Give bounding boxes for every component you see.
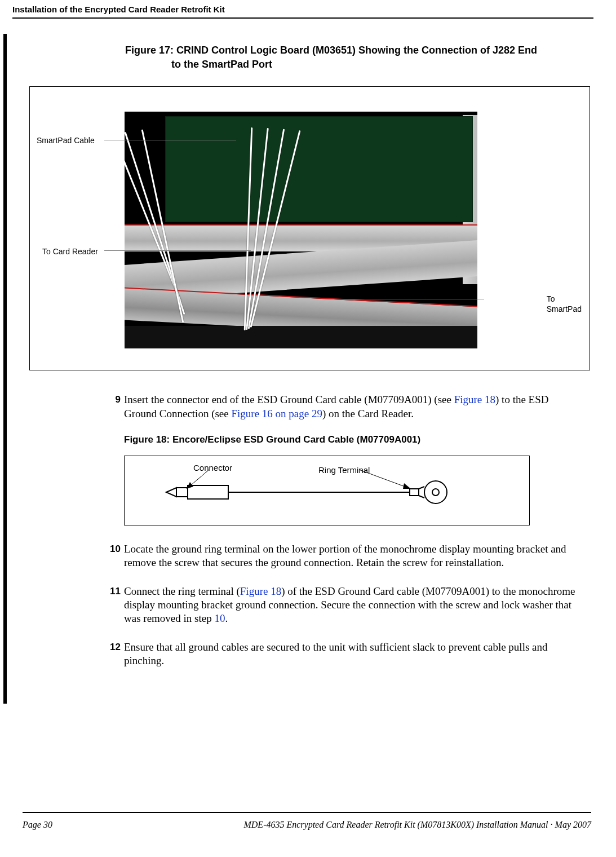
text: . xyxy=(225,612,228,624)
svg-rect-9 xyxy=(410,489,419,496)
callout-to-smartpad-line2: SmartPad xyxy=(547,304,582,315)
text: ) on the Card Reader. xyxy=(322,408,414,419)
step-10: 10 Locate the ground ring terminal on th… xyxy=(124,542,578,570)
figure-17-caption-line1: Figure 17: CRIND Control Logic Board (M0… xyxy=(125,43,555,58)
step-number: 10 xyxy=(104,542,124,570)
cable-diagram xyxy=(162,466,460,511)
svg-point-12 xyxy=(424,481,447,503)
step-body: Insert the connector end of the ESD Grou… xyxy=(124,393,578,421)
step-body: Connect the ring terminal (Figure 18) of… xyxy=(124,585,578,626)
callout-line xyxy=(333,299,484,299)
step-number: 11 xyxy=(104,585,124,626)
page-footer: Page 30 MDE-4635 Encrypted Card Reader R… xyxy=(23,812,591,830)
figure-17-caption-line2: to the SmartPad Port xyxy=(171,58,555,72)
figure-17-caption: Figure 17: CRIND Control Logic Board (M0… xyxy=(124,43,578,72)
figure-17-frame: SmartPad Cable To Card Reader To SmartPa… xyxy=(29,86,590,370)
section-header: Installation of the Encrypted Card Reade… xyxy=(12,5,593,19)
text: Connect the ring terminal ( xyxy=(124,585,240,597)
left-margin-marker xyxy=(3,34,7,704)
step-12: 12 Ensure that all ground cables are sec… xyxy=(124,640,578,668)
crossref-link[interactable]: 10 xyxy=(214,612,225,624)
svg-marker-4 xyxy=(166,488,176,497)
step-body: Locate the ground ring terminal on the l… xyxy=(124,542,578,570)
svg-line-2 xyxy=(359,470,411,489)
svg-line-10 xyxy=(419,487,424,489)
svg-marker-3 xyxy=(403,483,411,489)
callout-to-smartpad: To SmartPad xyxy=(547,294,582,314)
callout-smartpad-cable: SmartPad Cable xyxy=(37,136,95,145)
figure-18-caption: Figure 18: Encore/Eclipse ESD Ground Car… xyxy=(124,434,578,445)
page-number: Page 30 xyxy=(23,820,52,830)
callout-line xyxy=(104,250,251,251)
svg-point-13 xyxy=(432,489,439,496)
step-body: Ensure that all ground cables are secure… xyxy=(124,640,578,668)
figure-17-photo xyxy=(125,112,477,348)
step-11: 11 Connect the ring terminal (Figure 18)… xyxy=(124,585,578,626)
crossref-link[interactable]: Figure 18 xyxy=(240,585,281,597)
crossref-link[interactable]: Figure 16 on page 29 xyxy=(231,408,322,419)
footer-doc-title: MDE-4635 Encrypted Card Reader Retrofit … xyxy=(243,820,591,830)
callout-line xyxy=(104,140,236,140)
callout-to-smartpad-line1: To xyxy=(547,294,582,304)
figure-18-frame: Connector Ring Terminal xyxy=(124,456,530,525)
crossref-link[interactable]: Figure 18 xyxy=(454,394,495,405)
step-number: 12 xyxy=(104,640,124,668)
svg-line-11 xyxy=(419,496,424,498)
step-number: 9 xyxy=(104,393,124,421)
step-9: 9 Insert the connector end of the ESD Gr… xyxy=(124,393,578,421)
text: Insert the connector end of the ESD Grou… xyxy=(124,394,454,405)
callout-to-card-reader: To Card Reader xyxy=(42,247,98,256)
svg-rect-7 xyxy=(188,485,228,499)
